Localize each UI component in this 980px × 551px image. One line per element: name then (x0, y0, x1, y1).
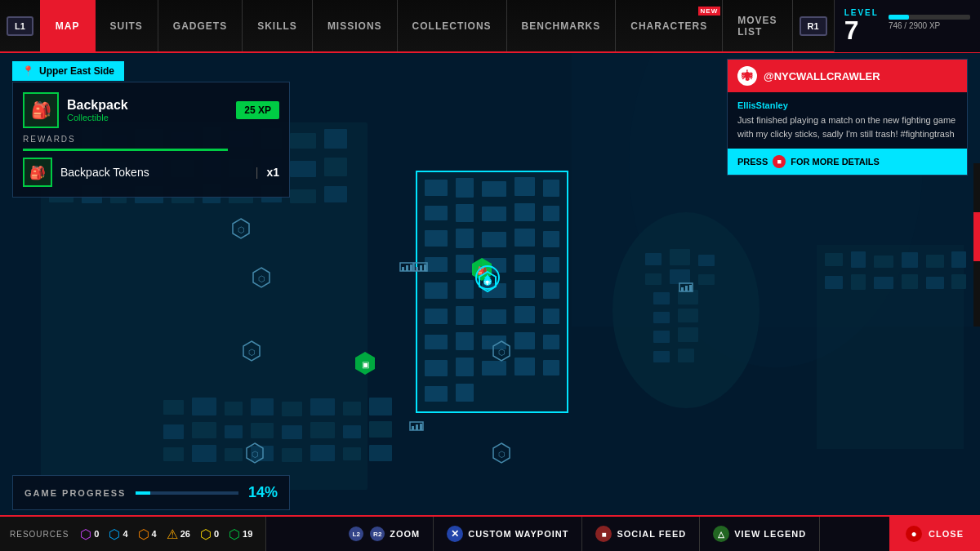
tab-missions[interactable]: MISSIONS (313, 0, 398, 51)
svg-rect-48 (514, 229, 535, 247)
map-scrollbar[interactable] (973, 163, 980, 327)
tab-map[interactable]: MAP (40, 0, 96, 51)
level-number: 7 (844, 17, 879, 43)
new-badge: NEW (698, 7, 721, 16)
l2-button: L2 (349, 527, 363, 541)
spider-avatar: 🕷 (737, 66, 757, 86)
svg-rect-40 (425, 206, 448, 220)
resource-count-4: 0 (214, 529, 219, 539)
svg-rect-151 (416, 267, 418, 271)
svg-rect-148 (406, 265, 408, 271)
svg-rect-128 (951, 274, 966, 289)
svg-rect-96 (282, 402, 302, 416)
svg-rect-100 (163, 424, 184, 439)
svg-rect-61 (456, 306, 474, 325)
resource-item-0: ⬡ 0 (80, 527, 99, 542)
press-label: PRESS (737, 157, 768, 167)
zoom-label: ZOOM (390, 529, 420, 539)
svg-rect-71 (456, 358, 474, 376)
reward-divider: | (256, 166, 259, 179)
svg-rect-86 (653, 312, 670, 323)
svg-rect-33 (324, 186, 347, 202)
svg-rect-94 (225, 402, 243, 415)
svg-rect-63 (514, 306, 535, 323)
svg-rect-56 (456, 280, 474, 299)
zoom-action[interactable]: L2 R2 ZOOM (336, 517, 434, 551)
svg-rect-110 (225, 448, 243, 461)
svg-rect-127 (926, 277, 944, 289)
xp-text: 746 / 2900 XP (889, 21, 970, 30)
svg-rect-49 (543, 231, 559, 247)
svg-rect-88 (653, 331, 670, 343)
custom-waypoint-action[interactable]: ✕ CUSTOM WAYPOINT (434, 517, 582, 551)
svg-rect-118 (851, 251, 866, 268)
svg-rect-55 (425, 282, 448, 299)
svg-rect-65 (425, 335, 448, 349)
game-progress-panel: GAME PROGRESS 14% (12, 475, 290, 510)
resource-count-5: 19 (243, 529, 252, 539)
resources-section: RESOURCES ⬡ 0 ⬡ 4 ⬡ 4 ⚠ 26 ⬡ 0 ⬡ 19 (0, 517, 266, 551)
l1-button[interactable]: L1 (7, 16, 33, 36)
svg-rect-22 (290, 161, 316, 177)
r1-button[interactable]: R1 (800, 16, 827, 36)
scrollbar-thumb[interactable] (973, 212, 980, 261)
svg-rect-59 (543, 282, 559, 299)
svg-rect-126 (902, 274, 918, 289)
svg-rect-51 (456, 255, 474, 273)
svg-rect-45 (425, 230, 448, 247)
svg-rect-43 (514, 203, 535, 221)
square-button-icon: ■ (595, 526, 612, 542)
social-feed-action[interactable]: ■ SOCIAL FEED (582, 517, 700, 551)
tab-characters[interactable]: CHARACTERS NEW (616, 0, 723, 51)
social-handle: @NYCWALLCRAWLER (764, 70, 880, 82)
close-button[interactable]: ● CLOSE (889, 517, 980, 551)
svg-rect-68 (514, 332, 535, 349)
resource-icon-purple: ⬡ (80, 527, 91, 542)
tab-collections[interactable]: COLLECTIONS (398, 0, 507, 51)
svg-rect-160 (685, 286, 688, 291)
progress-bar-fill (136, 491, 150, 495)
svg-rect-46 (456, 229, 474, 248)
bottom-bar: RESOURCES ⬡ 0 ⬡ 4 ⬡ 4 ⚠ 26 ⬡ 0 ⬡ 19 (0, 515, 980, 551)
svg-rect-66 (456, 332, 474, 350)
svg-rect-78 (645, 253, 662, 265)
svg-rect-159 (681, 287, 684, 291)
resource-item-4: ⬡ 0 (200, 527, 219, 542)
triangle-button-icon: △ (713, 526, 729, 542)
tab-moves-list[interactable]: MOVES LIST (723, 0, 792, 51)
tab-benchmarks[interactable]: BENCHMARKS (507, 0, 617, 51)
svg-rect-152 (420, 265, 422, 271)
xp-progress-bar (23, 149, 228, 151)
svg-rect-82 (670, 269, 690, 284)
tab-skills[interactable]: SKILLS (243, 0, 313, 51)
svg-rect-153 (424, 264, 426, 271)
item-header: 🎒 Backpack Collectible 25 XP (23, 92, 279, 128)
svg-rect-103 (251, 423, 274, 438)
resource-icon-blue: ⬡ (109, 527, 120, 542)
svg-rect-122 (951, 251, 966, 268)
reward-item: 🎒 Backpack Tokens | x1 (23, 158, 279, 187)
svg-text:⬡: ⬡ (258, 274, 265, 283)
tab-gadgets[interactable]: GADGETS (158, 0, 243, 51)
waypoint-label: CUSTOM WAYPOINT (468, 529, 568, 539)
svg-rect-54 (543, 257, 559, 273)
nav-tabs: MAP SUITS GADGETS SKILLS MISSIONS COLLEC… (40, 0, 793, 51)
svg-rect-116 (817, 245, 964, 449)
view-legend-action[interactable]: △ VIEW LEGEND (700, 517, 820, 551)
svg-rect-92 (163, 400, 184, 415)
social-label: SOCIAL FEED (617, 529, 686, 539)
item-xp: 25 XP (236, 101, 279, 119)
svg-rect-112 (282, 448, 302, 462)
progress-bar (136, 491, 238, 495)
tab-suits[interactable]: SUITS (96, 0, 158, 51)
svg-text:⬡: ⬡ (248, 348, 256, 357)
svg-rect-87 (678, 309, 698, 322)
svg-rect-124 (851, 274, 866, 290)
svg-rect-156 (416, 424, 418, 430)
social-cta[interactable]: PRESS ■ FOR MORE DETAILS (728, 149, 967, 175)
resources-label: RESOURCES (10, 530, 69, 539)
svg-text:▣: ▣ (362, 360, 369, 369)
resource-count-0: 0 (94, 529, 99, 539)
svg-text:⬡: ⬡ (498, 348, 506, 357)
xp-bar-container (889, 15, 970, 20)
